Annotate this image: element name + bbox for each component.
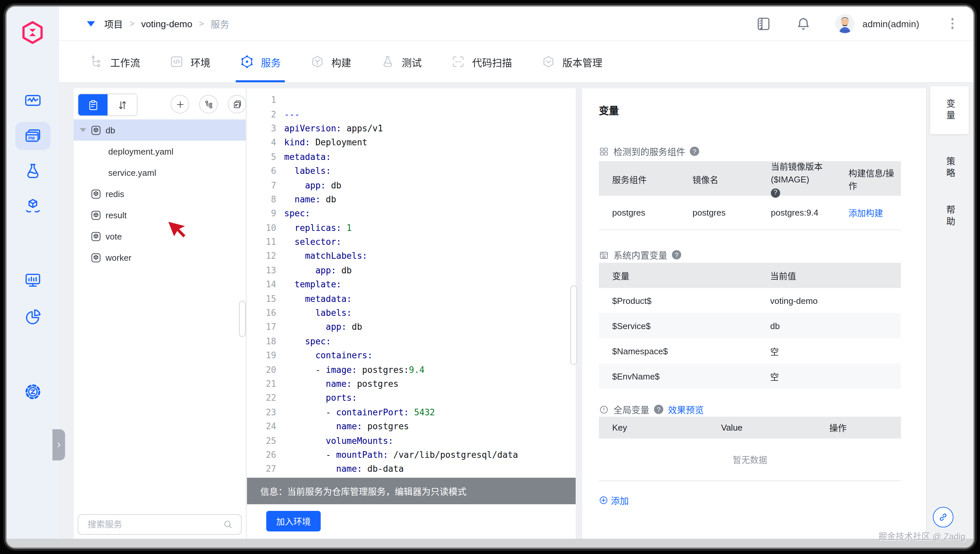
sort-arrows-icon: [117, 99, 128, 110]
help-icon[interactable]: ?: [654, 405, 663, 414]
code-line: 6 labels:: [247, 164, 576, 178]
project-dropdown-caret-icon[interactable]: [87, 21, 95, 26]
rail-test-lab-icon[interactable]: [15, 157, 51, 185]
tab-environment[interactable]: 环境: [169, 41, 211, 82]
code-line: 3apiVersion: apps/v1: [247, 121, 576, 136]
app-window: PM 项目 > voting-demo > 服务: [6, 6, 974, 548]
code-lines[interactable]: 12---3apiVersion: apps/v14kind: Deployme…: [247, 93, 576, 476]
sort-view-toggle[interactable]: [108, 94, 137, 115]
code-line: 8 name: db: [247, 192, 576, 206]
builtin-variables-heading: 系统内置变量 ?: [599, 248, 681, 261]
add-build-link[interactable]: 添加构建: [849, 206, 901, 219]
components-grid-icon: [599, 146, 609, 156]
code-line: 24 name: postgres: [247, 419, 576, 434]
code-line: 19 containers:: [247, 348, 576, 363]
tab-service[interactable]: 服务: [240, 41, 281, 82]
collapse-rail-handle[interactable]: [53, 429, 65, 460]
code-line: 26 - mountPath: /var/lib/postgresql/data: [247, 448, 576, 462]
tab-version[interactable]: 版本管理: [541, 41, 602, 82]
table-header: 变量 当前值: [599, 263, 901, 288]
code-line: 20 - image: postgres:9.4: [247, 363, 576, 377]
tree-item-worker[interactable]: worker: [74, 247, 246, 268]
chevron-right-icon: [55, 441, 62, 449]
rail-delivery-icon[interactable]: [15, 192, 51, 220]
tree-item-service-yaml[interactable]: service.yaml: [74, 162, 246, 183]
side-tab-help[interactable]: 帮助: [930, 193, 969, 240]
view-toggle-group: [78, 94, 137, 116]
environment-icon: [169, 54, 184, 69]
search-service-box: [78, 514, 242, 535]
breadcrumb-current-page: 服务: [211, 17, 229, 30]
changelog-icon[interactable]: [756, 16, 771, 32]
list-view-toggle[interactable]: [78, 94, 108, 115]
rail-settings-icon[interactable]: [15, 377, 51, 405]
rail-report-icon[interactable]: [15, 302, 51, 330]
username[interactable]: admin(admin): [862, 18, 919, 29]
add-service-button[interactable]: [171, 95, 189, 113]
add-variable-button[interactable]: 添加: [599, 494, 629, 507]
help-icon[interactable]: ?: [771, 188, 780, 197]
rail-insight-icon[interactable]: [15, 266, 51, 294]
breadcrumb-project-name[interactable]: voting-demo: [141, 18, 192, 29]
side-tab-variables[interactable]: 变量: [930, 86, 969, 134]
search-input[interactable]: [88, 519, 223, 529]
avatar[interactable]: [835, 14, 854, 33]
join-environment-button[interactable]: 加入环境: [266, 511, 321, 532]
readonly-info-bar: 信息：当前服务为仓库管理服务，编辑器为只读模式: [247, 478, 576, 504]
workflow-icon: [89, 54, 104, 69]
rail-dashboard-icon[interactable]: [15, 87, 51, 115]
side-tab-policy[interactable]: 策略: [930, 144, 969, 192]
preview-effect-link[interactable]: 效果预览: [668, 403, 704, 416]
tree-scrollbar[interactable]: [239, 301, 246, 337]
tab-code-scan[interactable]: 代码扫描: [451, 41, 512, 82]
code-line: 23 - containerPort: 5432: [247, 405, 576, 419]
copy-icon: [232, 99, 242, 109]
zadig-logo-icon[interactable]: [20, 20, 45, 45]
more-icon[interactable]: [948, 16, 956, 32]
tab-workflow[interactable]: 工作流: [89, 41, 140, 82]
tab-test[interactable]: 测试: [380, 41, 421, 82]
window-bottom-edge: [6, 539, 974, 548]
tree-item-deployment-yaml[interactable]: deployment.yaml: [74, 141, 246, 162]
tree-item-vote[interactable]: vote: [74, 226, 246, 247]
editor-scrollbar[interactable]: [570, 285, 577, 365]
tree-item-result[interactable]: result: [74, 204, 246, 226]
copy-service-button[interactable]: [228, 95, 246, 113]
code-scan-icon: [451, 54, 465, 69]
help-icon[interactable]: ?: [690, 146, 699, 156]
link-icon: [938, 512, 948, 522]
expand-caret-icon[interactable]: [80, 128, 86, 132]
code-line: 11 selector:: [247, 235, 576, 249]
breadcrumb-projects[interactable]: 项目: [104, 17, 123, 30]
code-line: 10 replicas: 1: [247, 221, 576, 235]
help-icon[interactable]: ?: [672, 250, 681, 259]
table-header: 服务组件 镜像名 当前镜像版本 ($IMAGE)? 构建信息/操作: [599, 161, 901, 196]
builtin-box-icon: [599, 250, 609, 260]
watermark: 掘金技术社区 @ Zadig: [878, 529, 966, 542]
rail-projects-pm-icon[interactable]: PM: [15, 122, 51, 150]
code-line: 17 app: db: [247, 320, 576, 334]
tree-structure-button[interactable]: [199, 95, 218, 113]
tab-build[interactable]: 构建: [310, 41, 351, 82]
code-line: 1: [247, 93, 576, 107]
breadcrumb: 项目 > voting-demo > 服务: [104, 17, 229, 30]
service-tree-panel: db deployment.yaml service.yaml redis re…: [74, 88, 246, 548]
circle-plus-icon: [599, 496, 608, 505]
header-right: admin(admin): [756, 14, 956, 33]
share-link-button[interactable]: [933, 507, 953, 527]
bell-icon[interactable]: [795, 16, 811, 32]
code-line: 18 spec:: [247, 334, 576, 348]
code-line: 4kind: Deployment: [247, 135, 576, 150]
global-variables-table: Key Value 操作: [599, 417, 901, 439]
table-row: $Service$db: [599, 313, 901, 338]
code-line: 7 app: db: [247, 178, 576, 193]
tree-item-db[interactable]: db: [74, 119, 246, 141]
code-line: 25 volumeMounts:: [247, 434, 576, 448]
code-line: 14 template:: [247, 277, 576, 291]
tree-item-redis[interactable]: redis: [74, 183, 246, 204]
code-line: 13 app: db: [247, 263, 576, 277]
clipboard-icon: [87, 99, 99, 110]
table-row: $Namespace$空: [599, 338, 901, 364]
breadcrumb-separator: >: [129, 19, 134, 29]
divider: [599, 480, 901, 481]
